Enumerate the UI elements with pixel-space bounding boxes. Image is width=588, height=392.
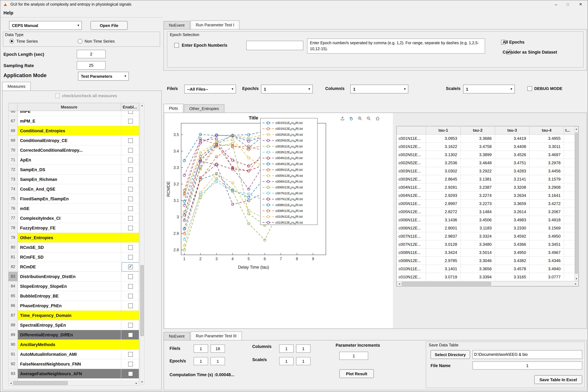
scrollbar-track[interactable]: [575, 131, 578, 276]
scales-from-input[interactable]: [279, 357, 294, 365]
table-row[interactable]: c003N12E...2.86453.13813.21413.1579: [397, 175, 574, 184]
measure-row[interactable]: 92FalseNearestNeighbours_FNN: [8, 359, 139, 369]
measure-enable-checkbox[interactable]: [128, 216, 133, 220]
measure-row[interactable]: 73SampEn_Richman: [8, 174, 139, 184]
file-name-input[interactable]: [473, 362, 582, 370]
measure-row[interactable]: 76mSE: [8, 204, 139, 214]
measure-row[interactable]: 78FuzzyEntropy_FE: [8, 223, 139, 233]
measure-row[interactable]: 93AverageFalseNeighbours_AFN: [8, 369, 139, 379]
table-row[interactable]: c004N12E...2.92933.22743.26343.1641: [397, 192, 574, 200]
measure-enable-checkbox[interactable]: [128, 206, 133, 211]
scroll-right-arrow[interactable]: ►: [574, 282, 578, 286]
table-row[interactable]: c008N12E...2.97853.30463.43823.4346: [397, 257, 574, 265]
debug-mode-checkbox[interactable]: [527, 86, 532, 91]
table-row[interactable]: c006N12E...2.80013.11833.23303.1569: [397, 224, 574, 232]
column-header[interactable]: tau-4: [530, 126, 564, 134]
debug-mode[interactable]: DEBUG MODE: [527, 86, 562, 91]
measures-horizontal-scrollbar[interactable]: ◄ ►: [8, 380, 139, 386]
scroll-down-arrow[interactable]: ▼: [575, 276, 578, 281]
measure-row[interactable]: 87Time_Frequency_Domain: [8, 311, 139, 320]
select-directory-button[interactable]: Select Directory: [431, 350, 470, 359]
maximize-button[interactable]: □: [562, 0, 574, 8]
directory-path-input[interactable]: [473, 350, 582, 359]
scroll-right-arrow[interactable]: ►: [134, 381, 139, 385]
tab-noevent-bottom[interactable]: NoEvent: [164, 332, 190, 340]
measure-enable-checkbox[interactable]: [128, 148, 133, 152]
tab-measures[interactable]: Measures: [2, 82, 31, 90]
check-all-checkbox[interactable]: [55, 94, 60, 98]
tab-run-parameter-test-3[interactable]: Run Parameter Test III: [190, 331, 242, 340]
open-file-button[interactable]: Open File: [90, 21, 127, 30]
columns-dropdown[interactable]: 1▼: [350, 85, 408, 94]
files-dropdown[interactable]: --All Files--▼: [184, 85, 236, 94]
tab-other-entropies[interactable]: Other_Entropies: [184, 104, 224, 112]
measure-row[interactable]: 67mPM_E: [8, 116, 139, 126]
scroll-left-arrow[interactable]: ◄: [397, 282, 402, 286]
measure-row[interactable]: 88SpectralEntropy_SpEn: [8, 320, 139, 330]
enter-epoch-checkbox[interactable]: [174, 43, 179, 48]
scrollbar-thumb[interactable]: [575, 132, 578, 274]
tab-plots[interactable]: Plots: [164, 104, 183, 112]
results-horizontal-scrollbar[interactable]: ◄ ►: [397, 281, 579, 286]
scrollbar-thumb[interactable]: [402, 282, 491, 286]
measures-vertical-scrollbar[interactable]: ▲ ▼: [140, 103, 144, 384]
radio-time-series[interactable]: Time Series: [9, 39, 38, 44]
measure-enable-checkbox[interactable]: [128, 177, 133, 182]
measure-row[interactable]: 80RCmSE_SD: [8, 243, 139, 252]
scrollbar-track[interactable]: [140, 108, 144, 380]
measure-enable-checkbox[interactable]: [128, 196, 133, 201]
table-row[interactable]: c007N12E...3.01283.34803.43663.3451: [397, 240, 574, 248]
table-row[interactable]: c010N12E...3.07193.33943.31653.0777: [397, 273, 574, 281]
zoom-out-icon[interactable]: [365, 115, 372, 122]
measure-enable-checkbox[interactable]: [128, 226, 133, 230]
measure-row[interactable]: 81RCmFE_SD: [8, 252, 139, 262]
measure-enable-checkbox[interactable]: [128, 111, 133, 114]
scales-dropdown[interactable]: 1▼: [463, 85, 515, 94]
table-row[interactable]: c008N11E...3.34243.50143.49503.4967: [397, 248, 574, 257]
measure-enable-checkbox[interactable]: [128, 158, 133, 162]
radio-non-time-series[interactable]: Non Time Series: [78, 39, 115, 44]
scroll-up-arrow[interactable]: ▲: [140, 103, 144, 108]
measure-enable-checkbox[interactable]: [128, 138, 133, 143]
plot-legend[interactable]: c001N11EhrvRRi.txtc001N12EhrvRRi.txtc002…: [260, 118, 317, 225]
measure-row[interactable]: 72SampEn_DS: [8, 165, 139, 174]
home-icon[interactable]: [374, 115, 381, 122]
close-button[interactable]: ×: [574, 0, 588, 8]
measure-enable-checkbox[interactable]: [128, 323, 133, 328]
measure-enable-checkbox[interactable]: [128, 284, 133, 288]
measure-row[interactable]: 77ComplexityIndex_CI: [8, 214, 139, 223]
table-row[interactable]: c003N11E...3.03023.29223.42833.4456: [397, 167, 574, 175]
measure-row[interactable]: 90AncillaryMethods: [8, 340, 139, 350]
column-header[interactable]: tau-1: [426, 126, 461, 134]
measure-row[interactable]: 75FixedSampEn_fSampEn: [8, 194, 139, 204]
measure-row[interactable]: 91AutoMutualInformation_AMI: [8, 350, 139, 359]
scroll-down-arrow[interactable]: ▼: [140, 380, 144, 384]
epochs-to-input[interactable]: [211, 357, 225, 365]
table-row[interactable]: c005N11E...2.89973.22733.36593.4272: [397, 200, 574, 208]
measure-row[interactable]: 71ApEn: [8, 155, 139, 165]
param-increments-input[interactable]: [339, 352, 368, 360]
table-row[interactable]: c006N11E...3.14363.45063.49833.4918: [397, 216, 574, 224]
measure-column-header[interactable]: Measure: [17, 103, 121, 111]
measure-row[interactable]: 79Other_Entropies: [8, 233, 139, 243]
measure-row[interactable]: 84SlopeEntropy_SlopeEn: [8, 282, 139, 291]
application-mode-dropdown[interactable]: Test Parameters ▼: [78, 72, 129, 80]
table-row[interactable]: c005N12E...2.82723.14843.26143.2067: [397, 208, 574, 216]
files-from-input[interactable]: [194, 344, 208, 353]
epochs-from-input[interactable]: [194, 357, 208, 365]
measure-enable-checkbox[interactable]: [128, 245, 133, 250]
sc scrollbar-thumb[interactable]: [140, 265, 144, 336]
column-header[interactable]: [397, 126, 426, 134]
table-row[interactable]: c002N51E...3.13023.38993.45263.4697: [397, 151, 574, 159]
measure-row[interactable]: 82RCmDE: [8, 262, 139, 272]
column-header[interactable]: t...: [564, 126, 575, 134]
column-header[interactable]: tau-3: [495, 126, 530, 134]
scrollbar-track[interactable]: [402, 282, 574, 286]
measure-enable-checkbox[interactable]: [128, 187, 133, 192]
measure-row[interactable]: 74CosEn_And_QSE: [8, 184, 139, 194]
epochs-dropdown[interactable]: 1▼: [261, 85, 313, 94]
table-row[interactable]: c010N11E...3.14013.36563.45783.4940: [397, 265, 574, 273]
measure-enable-checkbox[interactable]: [128, 303, 133, 308]
table-row[interactable]: c001N11E...3.09533.36863.44193.4955: [397, 134, 574, 143]
measure-enable-checkbox[interactable]: [128, 294, 133, 298]
